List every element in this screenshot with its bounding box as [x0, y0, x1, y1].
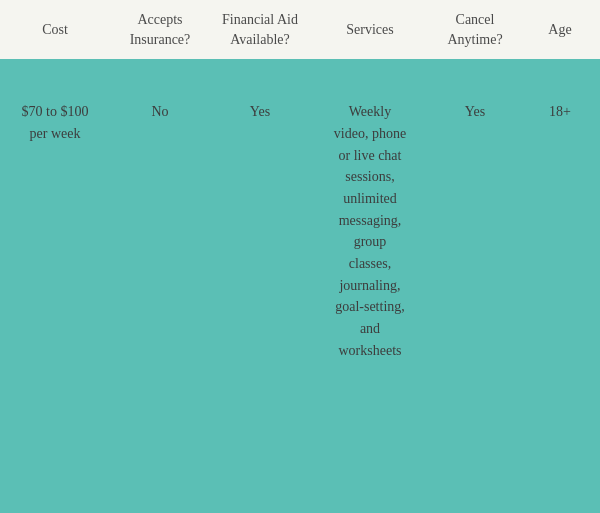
header-row: Cost Accepts Insurance? Financial Aid Av… [0, 0, 600, 59]
cell-services: Weekly video, phone or live chat session… [310, 87, 430, 375]
header-cost: Cost [0, 0, 110, 59]
header-financial: Financial Aid Available? [210, 0, 310, 59]
cell-insurance: No [110, 87, 210, 375]
header-services: Services [310, 0, 430, 59]
cell-cost: $70 to $100 per week [0, 87, 110, 375]
header-age: Age [520, 0, 600, 59]
header-insurance: Accepts Insurance? [110, 0, 210, 59]
cell-financial: Yes [210, 87, 310, 375]
table-container: Cost Accepts Insurance? Financial Aid Av… [0, 0, 600, 513]
table-row: $70 to $100 per week No Yes Weekly video… [0, 87, 600, 375]
comparison-table: Cost Accepts Insurance? Financial Aid Av… [0, 0, 600, 375]
header-cancel: Cancel Anytime? [430, 0, 520, 59]
cell-cancel: Yes [430, 87, 520, 375]
cell-age: 18+ [520, 87, 600, 375]
divider-row [0, 59, 600, 87]
